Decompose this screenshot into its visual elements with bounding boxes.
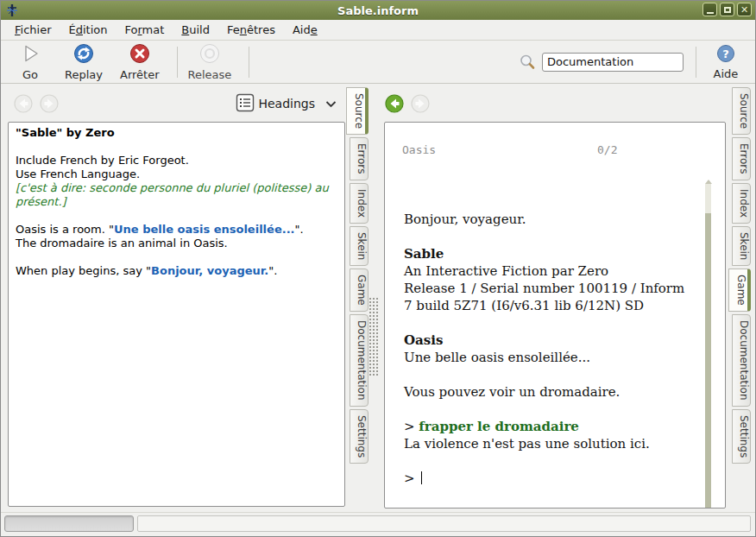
app-window: Sable.inform ✕ FichierÉditionFormatBuild… [0, 0, 756, 537]
release-label: Release [188, 68, 232, 81]
minimize-button[interactable] [702, 3, 717, 16]
help-label: Aide [714, 67, 739, 80]
replay-icon [73, 43, 94, 67]
menu-build[interactable]: Build [173, 22, 218, 38]
menu-fichier[interactable]: Fichier [6, 22, 60, 38]
text-cursor [421, 471, 422, 484]
game-scrollbar[interactable] [704, 180, 712, 509]
game-line: Une belle oasis ensoleillée... [404, 349, 692, 366]
source-editor[interactable]: "Sable" by Zero Include French by Eric F… [8, 122, 345, 507]
scroll-track [705, 184, 711, 213]
tab-source-left[interactable]: Source [346, 87, 369, 135]
game-line: Oasis [404, 332, 692, 349]
source-pane-toolbar: Headings [7, 85, 345, 122]
source-line: Oasis is a room. "Une belle oasis ensole… [16, 223, 337, 237]
tab-skein-right[interactable]: Skein [732, 226, 751, 266]
back-button-right[interactable] [385, 94, 404, 113]
game-line [404, 366, 692, 383]
headings-list-icon [236, 93, 255, 115]
source-line: When play begins, say "Bonjour, voyageur… [16, 264, 337, 278]
stop-label: Arrêter [120, 68, 160, 81]
toolbar-separator [249, 47, 249, 78]
game-line [404, 228, 692, 245]
source-line [16, 209, 337, 223]
go-label: Go [22, 68, 38, 81]
help-button[interactable]: ? Aide [709, 44, 743, 80]
source-line: [c'est à dire: seconde personne du pluri… [16, 181, 337, 209]
status-message-strip [137, 515, 751, 532]
statusbar [1, 512, 755, 535]
source-line [16, 250, 337, 264]
tab-index-right[interactable]: Index [732, 183, 751, 224]
menu-edition[interactable]: Édition [60, 22, 117, 38]
game-line: Vous pouvez voir un dromadaire. [404, 383, 692, 401]
search-input[interactable] [542, 53, 684, 72]
source-line: The dromadaire is an animal in Oasis. [16, 237, 337, 250]
source-line [16, 140, 337, 154]
game-view[interactable]: Oasis 0/2 Bonjour, voyageur. SableAn Int… [384, 122, 726, 509]
left-tab-column: SourceErrorsIndexSkeinGameDocumentationS… [346, 87, 369, 509]
tab-game-right[interactable]: Game [728, 268, 751, 312]
source-line: Include French by Eric Forgeot. [16, 154, 337, 167]
tab-index-left[interactable]: Index [350, 183, 369, 224]
tab-skein-left[interactable]: Skein [350, 226, 369, 266]
chevron-down-icon [325, 100, 337, 108]
progress-bar [4, 515, 134, 532]
headings-label: Headings [258, 97, 315, 111]
tab-documentation-left[interactable]: Documentation [350, 314, 369, 407]
svg-text:?: ? [722, 47, 729, 60]
toolbar: Go Replay Arrête [1, 41, 755, 84]
forward-button-right[interactable] [411, 94, 430, 113]
titlebar[interactable]: Sable.inform ✕ [1, 1, 755, 21]
source-line: Use French Language. [16, 167, 337, 181]
stop-button[interactable]: Arrêter [120, 43, 160, 81]
game-line: Sable [404, 245, 692, 262]
tab-game-left[interactable]: Game [350, 268, 369, 312]
game-line: Bonjour, voyageur. [404, 211, 692, 228]
game-status-line: Oasis 0/2 [402, 143, 708, 156]
game-line: > frapper le dromadaire [404, 418, 692, 435]
close-icon: ✕ [740, 5, 748, 15]
pane-splitter[interactable] [369, 298, 378, 376]
window-title: Sable.inform [1, 4, 755, 17]
close-button[interactable]: ✕ [737, 3, 752, 16]
menu-fenetres[interactable]: Fenêtres [218, 22, 284, 38]
tab-settings-right[interactable]: Settings [732, 409, 751, 464]
toolbar-separator [696, 47, 696, 78]
replay-label: Replay [65, 68, 103, 81]
replay-button[interactable]: Replay [65, 43, 103, 81]
search-icon [519, 54, 536, 71]
stop-icon [129, 43, 150, 67]
tab-documentation-right[interactable]: Documentation [732, 314, 751, 407]
game-line [404, 452, 692, 470]
forward-button-left[interactable] [40, 94, 59, 113]
back-button-left[interactable] [14, 94, 33, 113]
headings-dropdown[interactable]: Headings [236, 93, 337, 115]
right-tab-column: SourceErrorsIndexSkeinGameDocumentationS… [728, 87, 752, 509]
game-line: La violence n'est pas une solution ici. [404, 435, 692, 452]
game-line: An Interactive Fiction par Zero [404, 262, 692, 280]
menu-format[interactable]: Format [117, 22, 173, 38]
tab-errors-right[interactable]: Errors [732, 137, 751, 180]
tab-source-right[interactable]: Source [732, 87, 751, 135]
game-line [404, 401, 692, 418]
menubar: FichierÉditionFormatBuildFenêtresAide [1, 20, 755, 41]
game-location: Oasis [402, 143, 436, 156]
tab-settings-left[interactable]: Settings [350, 409, 369, 464]
release-icon [199, 43, 220, 67]
release-button[interactable]: Release [188, 43, 232, 81]
game-line: Release 1 / Serial number 100119 / Infor… [404, 280, 692, 314]
maximize-icon [724, 7, 731, 13]
maximize-button[interactable] [720, 3, 734, 16]
game-line [404, 314, 692, 332]
go-button[interactable]: Go [13, 43, 47, 81]
help-icon: ? [716, 44, 735, 66]
game-pane-toolbar [378, 85, 728, 122]
game-score: 0/2 [597, 143, 617, 156]
tab-errors-left[interactable]: Errors [350, 137, 369, 180]
menu-aide[interactable]: Aide [284, 22, 326, 38]
scroll-thumb [705, 213, 711, 509]
play-icon [20, 43, 41, 67]
minimize-icon [707, 12, 714, 14]
main-area: Headings "Sable" by Zero Include French … [1, 84, 755, 512]
